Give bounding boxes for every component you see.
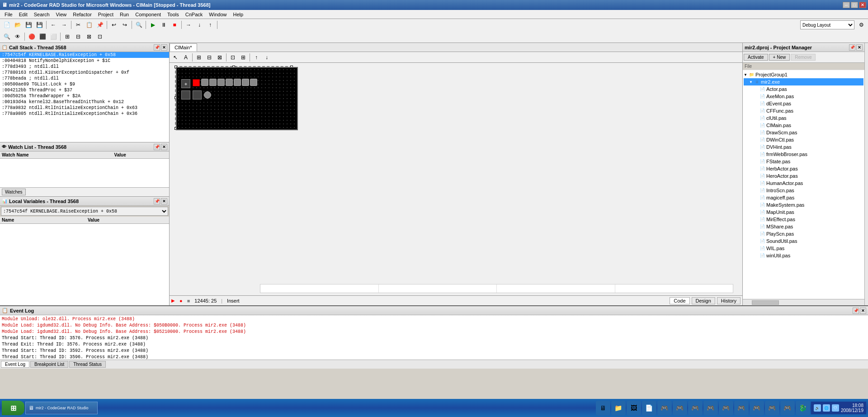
- log-tab-threads[interactable]: Thread Status: [69, 361, 106, 368]
- tree-file-introscn[interactable]: 📄 IntroScn.pas: [744, 187, 863, 194]
- stack-item-5[interactable]: :00500ae89 TGList.Lock + $9: [0, 81, 169, 87]
- stack-item-2[interactable]: :778d3493 ; ntdll.dll: [0, 64, 169, 70]
- stack-item-3[interactable]: :77880163 ntdll.KiUserExceptionDispatche…: [0, 70, 169, 76]
- toolbar-save[interactable]: 💾: [24, 20, 33, 30]
- toolbar-inspect[interactable]: 🔍: [2, 32, 12, 42]
- toolbar-bp2[interactable]: ⬛: [38, 32, 47, 42]
- tray-icon-1[interactable]: 🔊: [814, 404, 821, 412]
- taskbar-icon-9[interactable]: 🎮: [719, 401, 733, 415]
- et-align-left[interactable]: ⊞: [194, 52, 204, 62]
- toolbar-undo[interactable]: ↩: [109, 20, 119, 30]
- tree-file-heroactor[interactable]: 📄 HeroActor.pas: [744, 172, 863, 180]
- comp-icon-3[interactable]: [217, 79, 225, 86]
- watches-button[interactable]: Watches: [2, 189, 26, 195]
- et-align-center[interactable]: ⊟: [204, 52, 214, 62]
- stack-item-4[interactable]: :778beada ; ntdll.dll: [0, 76, 169, 81]
- stack-item-10[interactable]: :778a9805 ntdll.RtlInitializeExceptionCh…: [0, 111, 169, 117]
- stack-item-9[interactable]: :778a9832 ntdll.RtlInitializeExceptionCh…: [0, 105, 169, 111]
- event-log-pin[interactable]: 📌: [853, 308, 859, 314]
- tree-file-magiceff[interactable]: 📄 magiceff.pas: [744, 194, 863, 201]
- tree-file-mireffect[interactable]: 📄 MirEffect.pas: [744, 216, 863, 223]
- watch-close[interactable]: ✕: [161, 144, 167, 150]
- taskbar-icon-4[interactable]: 📄: [642, 401, 656, 415]
- toolbar-watch[interactable]: 👁: [13, 32, 23, 42]
- menu-run[interactable]: Run: [117, 11, 132, 18]
- log-tab-breakpoints[interactable]: Breakpoint List: [30, 361, 68, 368]
- stack-item-1[interactable]: :00404818 NotifyNonDelphiException + $1C: [0, 58, 169, 64]
- et-grid[interactable]: ⊞: [238, 52, 248, 62]
- call-stack-close[interactable]: ✕: [161, 44, 167, 51]
- taskbar-icon-13[interactable]: 🎮: [780, 401, 795, 415]
- taskbar-icon-12[interactable]: 🎮: [765, 401, 779, 415]
- comp-circle[interactable]: [204, 91, 211, 99]
- event-log-close[interactable]: ✕: [860, 308, 866, 314]
- tree-file-fstate[interactable]: 📄 FState.pas: [744, 158, 863, 165]
- taskbar-icon-6[interactable]: 🎮: [673, 401, 687, 415]
- taskbar-icon-8[interactable]: 🎮: [703, 401, 718, 415]
- proj-pin[interactable]: 📌: [849, 44, 855, 51]
- taskbar-icon-3[interactable]: 🖼: [627, 401, 641, 415]
- tree-file-cffunc[interactable]: 📄 CFFunc.pas: [744, 107, 863, 114]
- et-select[interactable]: ↖: [170, 52, 180, 62]
- tree-project-group[interactable]: ▼ 📁 ProjectGroup1: [744, 71, 863, 78]
- toolbar-component4[interactable]: ⊡: [95, 32, 105, 42]
- local-vars-close[interactable]: ✕: [161, 198, 167, 204]
- comp-1[interactable]: ◈: [181, 79, 190, 88]
- menu-tools[interactable]: Tools: [165, 11, 182, 18]
- menu-help[interactable]: Help: [230, 11, 246, 18]
- tree-file-dwinctl[interactable]: 📄 DWinCtl.pas: [744, 136, 863, 143]
- taskbar-icon-7[interactable]: 🎮: [688, 401, 703, 415]
- menu-component[interactable]: Component: [132, 11, 164, 18]
- close-button[interactable]: ✕: [859, 2, 866, 8]
- toolbar-new[interactable]: 📄: [2, 20, 12, 30]
- editor-tab-clmain[interactable]: ClMain*: [170, 43, 197, 52]
- toolbar-bp3[interactable]: ⬜: [48, 32, 58, 42]
- menu-search[interactable]: Search: [31, 11, 52, 18]
- new-button[interactable]: + New: [769, 54, 790, 61]
- remove-button[interactable]: Remove: [791, 54, 816, 61]
- tray-icon-3[interactable]: 🛡: [832, 404, 839, 412]
- taskbar-icon-2[interactable]: 📁: [611, 401, 626, 415]
- start-button[interactable]: ⊞: [2, 401, 24, 415]
- et-send-back[interactable]: ↓: [262, 52, 272, 62]
- tree-file-dvhint[interactable]: 📄 DVHint.pas: [744, 143, 863, 151]
- tree-file-frmweb[interactable]: 📄 frmWebBroser.pas: [744, 151, 863, 158]
- proj-scroll-track[interactable]: [743, 300, 864, 305]
- tree-file-clmain[interactable]: 📄 ClMain.pas: [744, 122, 863, 129]
- taskbar-icon-11[interactable]: 🎮: [750, 401, 764, 415]
- toolbar-step-into[interactable]: ↓: [194, 20, 204, 30]
- tree-file-mapunit[interactable]: 📄 MapUnit.pas: [744, 208, 863, 216]
- local-vars-frame-select[interactable]: :7547c54f KERNELBASE.RaiseException + 0x…: [1, 207, 168, 216]
- taskbar-icon-5[interactable]: 🎮: [657, 401, 672, 415]
- toolbar-copy[interactable]: 📋: [84, 20, 94, 30]
- comp-2[interactable]: [181, 90, 190, 100]
- bottom-tab-design[interactable]: Design: [692, 297, 715, 304]
- stack-item-7[interactable]: :00d5025a ThreadWrapper + $2A: [0, 93, 169, 99]
- menu-project[interactable]: Project: [95, 11, 116, 18]
- menu-window[interactable]: Window: [206, 11, 229, 18]
- tree-file-soundutil[interactable]: 📄 SoundUtil.pas: [744, 237, 863, 245]
- comp-icon-6[interactable]: [242, 79, 249, 86]
- taskbar-raststudio[interactable]: 🖥 mir2 - CodeGear RAD Studio: [25, 402, 98, 414]
- maximize-button[interactable]: □: [851, 2, 858, 8]
- toolbar-run[interactable]: ▶: [148, 20, 158, 30]
- menu-refactor[interactable]: Refactor: [70, 11, 94, 18]
- tree-file-devent[interactable]: 📄 dEvent.pas: [744, 100, 863, 107]
- right-resize-handle[interactable]: [864, 43, 868, 305]
- toolbar-component3[interactable]: ⊠: [84, 32, 94, 42]
- toolbar-stop[interactable]: ■: [170, 20, 179, 30]
- proj-close[interactable]: ✕: [856, 44, 863, 51]
- et-align-right[interactable]: ⊠: [215, 52, 225, 62]
- toolbar-pause[interactable]: ⏸: [159, 20, 169, 30]
- comp-icon-1[interactable]: [201, 79, 208, 86]
- comp-icon-4[interactable]: [226, 79, 233, 86]
- menu-edit[interactable]: Edit: [16, 11, 30, 18]
- minimize-button[interactable]: ─: [843, 2, 850, 8]
- toolbar-component1[interactable]: ⊞: [62, 32, 72, 42]
- activate-button[interactable]: Activate: [744, 54, 768, 61]
- tree-file-mshare[interactable]: 📄 MShare.pas: [744, 223, 863, 230]
- tree-file-playscn[interactable]: 📄 PlayScn.pas: [744, 230, 863, 237]
- comp-3[interactable]: [193, 90, 202, 100]
- toolbar-settings[interactable]: ⚙: [856, 20, 866, 30]
- comp-icon-5[interactable]: [234, 79, 241, 86]
